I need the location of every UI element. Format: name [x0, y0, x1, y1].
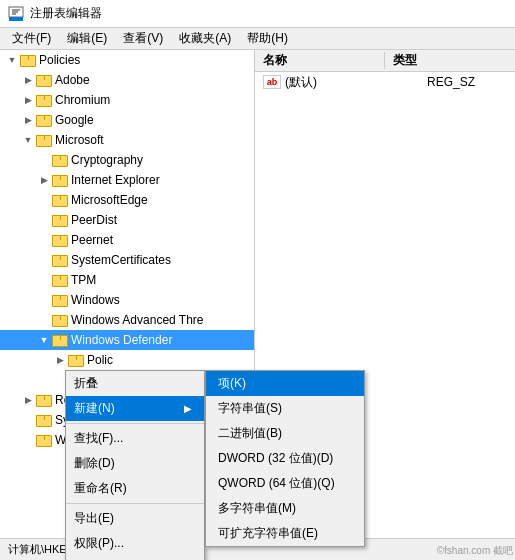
app-title: 注册表编辑器 [30, 5, 102, 22]
folder-icon [52, 293, 68, 307]
context-menu-item[interactable]: 查找(F)... [66, 426, 204, 451]
menu-item[interactable]: 编辑(E) [59, 28, 115, 49]
tree-item[interactable]: ▼Windows Defender [0, 330, 254, 350]
tree-toggle-icon[interactable]: ▶ [20, 92, 36, 108]
tree-toggle-icon[interactable]: ▶ [20, 112, 36, 128]
menu-separator [66, 423, 204, 424]
tree-item[interactable]: ▶Peernet [0, 230, 254, 250]
tree-toggle-icon[interactable]: ▼ [4, 52, 20, 68]
right-row[interactable]: ab(默认)REG_SZ [255, 72, 515, 92]
submenu-item[interactable]: 项(K) [206, 371, 364, 396]
submenu-item[interactable]: 可扩充字符串值(E) [206, 521, 364, 546]
submenu-item[interactable]: 二进制值(B) [206, 421, 364, 446]
folder-icon [52, 233, 68, 247]
submenu-item[interactable]: DWORD (32 位值)(D) [206, 446, 364, 471]
tree-item[interactable]: ▶PeerDist [0, 210, 254, 230]
folder-icon [52, 153, 68, 167]
menu-bar: 文件(F)编辑(E)查看(V)收藏夹(A)帮助(H) [0, 28, 515, 50]
reg-value-name: (默认) [285, 74, 427, 91]
tree-item[interactable]: ▶Windows [0, 290, 254, 310]
context-menu-item-label: 重命名(R) [74, 480, 127, 497]
folder-icon [52, 273, 68, 287]
context-menu-item[interactable]: 折叠 [66, 371, 204, 396]
reg-value-icon: ab [263, 75, 281, 89]
tree-toggle-icon[interactable]: ▶ [52, 352, 68, 368]
svg-rect-1 [9, 17, 23, 21]
folder-icon [52, 313, 68, 327]
tree-item-label: MicrosoftEdge [71, 193, 254, 207]
tree-item-label: Policies [39, 53, 254, 67]
context-menu-item[interactable]: 复制键名称(C) [66, 556, 204, 560]
tree-item[interactable]: ▶Adobe [0, 70, 254, 90]
context-menu-item[interactable]: 新建(N)▶ [66, 396, 204, 421]
submenu-item[interactable]: 多字符串值(M) [206, 496, 364, 521]
folder-icon [36, 113, 52, 127]
tree-toggle-icon[interactable]: ▶ [20, 392, 36, 408]
tree-item[interactable]: ▶SystemCertificates [0, 250, 254, 270]
col-header-name: 名称 [255, 52, 385, 69]
context-menu-item[interactable]: 删除(D) [66, 451, 204, 476]
tree-item[interactable]: ▶MicrosoftEdge [0, 190, 254, 210]
main-container: ▼Policies▶Adobe▶Chromium▶Google▼Microsof… [0, 50, 515, 538]
menu-item[interactable]: 文件(F) [4, 28, 59, 49]
tree-item[interactable]: ▶Windows Advanced Thre [0, 310, 254, 330]
submenu-arrow-icon: ▶ [184, 403, 192, 414]
folder-icon [36, 413, 52, 427]
folder-icon [52, 253, 68, 267]
context-menu-item[interactable]: 导出(E) [66, 506, 204, 531]
submenu[interactable]: 项(K)字符串值(S)二进制值(B)DWORD (32 位值)(D)QWORD … [205, 370, 365, 547]
tree-item-label: Cryptography [71, 153, 254, 167]
tree-item-label: Windows Defender [71, 333, 254, 347]
context-menu-item[interactable]: 重命名(R) [66, 476, 204, 501]
col-header-type: 类型 [385, 52, 515, 69]
submenu-item[interactable]: QWORD (64 位值)(Q) [206, 471, 364, 496]
tree-item-label: TPM [71, 273, 254, 287]
folder-icon [36, 393, 52, 407]
folder-icon [36, 133, 52, 147]
right-header: 名称 类型 [255, 50, 515, 72]
context-menu-item[interactable]: 权限(P)... [66, 531, 204, 556]
context-menu-item-label: 删除(D) [74, 455, 115, 472]
context-menu-item-label: 折叠 [74, 375, 98, 392]
context-menu-item-label: 新建(N) [74, 400, 115, 417]
tree-item[interactable]: ▼Microsoft [0, 130, 254, 150]
tree-item-label: Polic [87, 353, 254, 367]
tree-item[interactable]: ▶Cryptography [0, 150, 254, 170]
context-menu[interactable]: 折叠新建(N)▶查找(F)...删除(D)重命名(R)导出(E)权限(P)...… [65, 370, 205, 560]
tree-toggle-icon[interactable]: ▼ [36, 332, 52, 348]
tree-item-label: Internet Explorer [71, 173, 254, 187]
tree-toggle-icon[interactable]: ▼ [20, 132, 36, 148]
tree-item-label: Google [55, 113, 254, 127]
tree-item-label: Windows [71, 293, 254, 307]
tree-item-label: PeerDist [71, 213, 254, 227]
tree-toggle-icon[interactable]: ▶ [20, 72, 36, 88]
tree-item[interactable]: ▶TPM [0, 270, 254, 290]
tree-item-label: Chromium [55, 93, 254, 107]
tree-item-label: Windows Advanced Thre [71, 313, 254, 327]
submenu-item[interactable]: 字符串值(S) [206, 396, 364, 421]
menu-item[interactable]: 帮助(H) [239, 28, 296, 49]
context-menu-item-label: 查找(F)... [74, 430, 123, 447]
tree-item[interactable]: ▶Google [0, 110, 254, 130]
tree-item[interactable]: ▼Policies [0, 50, 254, 70]
tree-item-label: Adobe [55, 73, 254, 87]
menu-separator [66, 503, 204, 504]
folder-icon [52, 333, 68, 347]
tree-item[interactable]: ▶Chromium [0, 90, 254, 110]
right-rows: ab(默认)REG_SZ [255, 72, 515, 92]
tree-item-label: Microsoft [55, 133, 254, 147]
menu-item[interactable]: 查看(V) [115, 28, 171, 49]
app-icon [8, 6, 24, 22]
tree-item-label: SystemCertificates [71, 253, 254, 267]
folder-icon [36, 93, 52, 107]
tree-item[interactable]: ▶Polic [0, 350, 254, 370]
context-menu-item-label: 权限(P)... [74, 535, 124, 552]
reg-value-type: REG_SZ [427, 75, 507, 89]
tree-item[interactable]: ▶Internet Explorer [0, 170, 254, 190]
menu-item[interactable]: 收藏夹(A) [171, 28, 239, 49]
tree-item-label: Peernet [71, 233, 254, 247]
title-bar: 注册表编辑器 [0, 0, 515, 28]
folder-icon [20, 53, 36, 67]
context-menu-item-label: 导出(E) [74, 510, 114, 527]
tree-toggle-icon[interactable]: ▶ [36, 172, 52, 188]
